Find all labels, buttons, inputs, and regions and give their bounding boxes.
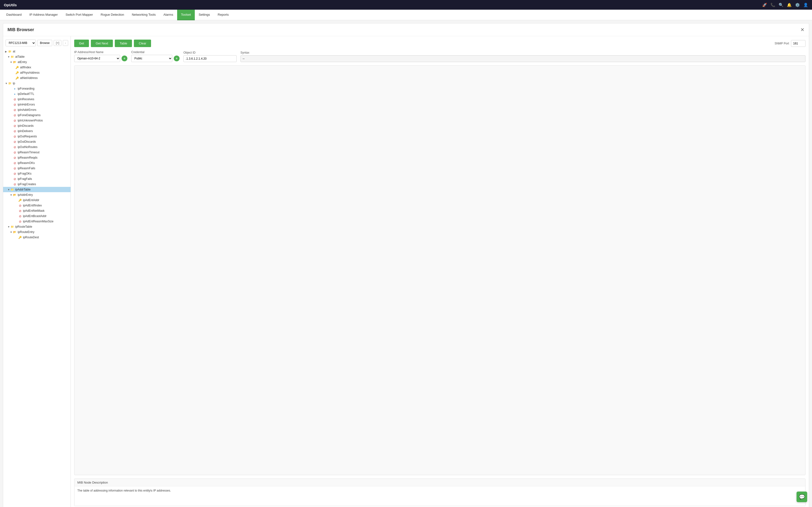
node-label: ipForwarding bbox=[18, 87, 34, 90]
add-mib-button[interactable]: [+] bbox=[54, 40, 61, 46]
rocket-icon[interactable]: 🚀 bbox=[762, 3, 767, 7]
browse-button[interactable]: Browse bbox=[37, 40, 52, 46]
tree-arrow bbox=[10, 130, 13, 132]
snmp-port-label: SNMP Port bbox=[774, 42, 789, 45]
key-icon: 🔑 bbox=[15, 65, 19, 69]
node-label: ipRouteDest bbox=[23, 236, 39, 239]
nav-toolset[interactable]: Toolset bbox=[177, 10, 195, 20]
tree-expand-arrow[interactable]: ▼ bbox=[10, 193, 13, 196]
tree-node-ipFragCreates[interactable]: ⊘ipFragCreates bbox=[3, 181, 70, 187]
nav-switch-port-mapper[interactable]: Switch Port Mapper bbox=[62, 10, 97, 20]
description-title: MIB Node Description bbox=[74, 479, 805, 487]
bell-icon[interactable]: 🔔 bbox=[787, 3, 792, 7]
node-label: ipDefaultTTL bbox=[18, 92, 34, 96]
tree-node-at[interactable]: ▶📁at bbox=[3, 49, 70, 54]
blocked-icon: ⊘ bbox=[13, 177, 17, 181]
tree-node-atNetAddress[interactable]: 🔑atNetAddress bbox=[3, 75, 70, 80]
tree-node-ip[interactable]: ▼📁ip bbox=[3, 80, 70, 86]
tree-node-ipAddrEntry[interactable]: ▼📂ipAddrEntry bbox=[3, 192, 70, 198]
tree-node-atIfIndex[interactable]: 🔑atIfIndex bbox=[3, 65, 70, 70]
tree-node-ipInDelivers[interactable]: ⊘ipInDelivers bbox=[3, 128, 70, 134]
chat-button[interactable]: 💬 bbox=[797, 492, 807, 502]
tree-expand-arrow[interactable]: ▼ bbox=[7, 188, 10, 191]
tree-node-ipAddrTable[interactable]: ▼📁ipAddrTable bbox=[3, 187, 70, 192]
syntax-input[interactable] bbox=[241, 55, 806, 62]
tree-node-ipRouteEntry[interactable]: ▼📂ipRouteEntry bbox=[3, 229, 70, 235]
nav-ip-address-manager[interactable]: IP Address Manager bbox=[26, 10, 62, 20]
blocked-icon: ⊘ bbox=[13, 119, 17, 122]
tree-node-ipForwarding[interactable]: ●ipForwarding bbox=[3, 86, 70, 91]
object-id-input[interactable] bbox=[184, 55, 237, 62]
tree-node-atEntry[interactable]: ▼📂atEntry bbox=[3, 59, 70, 65]
tree-node-ipOutNoRoutes[interactable]: ⊘ipOutNoRoutes bbox=[3, 145, 70, 150]
node-label: ipOutNoRoutes bbox=[18, 145, 38, 149]
tree-expand-arrow[interactable]: ▼ bbox=[7, 225, 10, 228]
tree-node-ipFragFails[interactable]: ⊘ipFragFails bbox=[3, 176, 70, 181]
add-credential-button[interactable]: + bbox=[174, 56, 180, 61]
tree-node-atTable[interactable]: ▼📁atTable bbox=[3, 54, 70, 59]
ip-address-select[interactable]: Opman-m10-64-2 bbox=[74, 55, 120, 62]
tree-toolbar: RFC1213-MIB Browse [+] - bbox=[3, 38, 70, 49]
tree-node-ipReasmOKs[interactable]: ⊘ipReasmOKs bbox=[3, 160, 70, 166]
tree-node-ipAdEntAddr[interactable]: 🔑ipAdEntAddr bbox=[3, 198, 70, 203]
node-label: ipReasmFails bbox=[18, 167, 35, 170]
tree-node-ipInHdrErrors[interactable]: ⊘ipInHdrErrors bbox=[3, 102, 70, 107]
close-button[interactable]: ✕ bbox=[800, 27, 805, 33]
tree-node-ipInDiscards[interactable]: ⊘ipInDiscards bbox=[3, 123, 70, 128]
node-label: atEntry bbox=[18, 60, 27, 64]
snmp-port-input[interactable] bbox=[791, 40, 806, 47]
node-label: ip bbox=[13, 81, 15, 85]
add-ip-button[interactable]: + bbox=[121, 56, 128, 61]
tree-node-ipAdEntBcastAddr[interactable]: ⊘ipAdEntBcastAddr bbox=[3, 213, 70, 219]
tree-node-ipOutRequests[interactable]: ⊘ipOutRequests bbox=[3, 134, 70, 139]
tree-node-ipFragOKs[interactable]: ⊘ipFragOKs bbox=[3, 171, 70, 176]
tree-expand-arrow[interactable]: ▼ bbox=[7, 56, 10, 58]
gear-icon[interactable]: ⚙️ bbox=[795, 3, 800, 7]
get-button[interactable]: Get bbox=[74, 40, 89, 47]
tree-node-ipOutDiscards[interactable]: ⊘ipOutDiscards bbox=[3, 139, 70, 145]
folder-open-icon: 📂 bbox=[13, 60, 17, 64]
search-icon[interactable]: 🔍 bbox=[779, 3, 783, 7]
nav-rogue-detection[interactable]: Rogue Detection bbox=[97, 10, 128, 20]
node-label: ipFragCreates bbox=[18, 182, 36, 186]
tree-node-ipReasmReqds[interactable]: ⊘ipReasmReqds bbox=[3, 155, 70, 160]
node-label: ipReasmTimeout bbox=[18, 151, 39, 154]
phone-icon[interactable]: 📞 bbox=[770, 3, 775, 7]
mib-select[interactable]: RFC1213-MIB bbox=[6, 40, 36, 46]
nav-dashboard[interactable]: Dashboard bbox=[2, 10, 26, 20]
tree-node-ipAdEntNetMask[interactable]: ⊘ipAdEntNetMask bbox=[3, 208, 70, 213]
nav-alarms[interactable]: Alarms bbox=[159, 10, 177, 20]
clear-button[interactable]: Clear bbox=[134, 40, 151, 47]
key-icon: 🔑 bbox=[18, 198, 22, 202]
tree-expand-arrow[interactable]: ▼ bbox=[10, 231, 13, 233]
nav-settings[interactable]: Settings bbox=[195, 10, 214, 20]
node-label: ipReasmOKs bbox=[18, 161, 35, 165]
tree-node-ipInReceives[interactable]: ⊘ipInReceives bbox=[3, 97, 70, 102]
tree-node-ipInUnknownProtos[interactable]: ⊘ipInUnknownProtos bbox=[3, 118, 70, 123]
credential-select[interactable]: Public bbox=[131, 55, 172, 62]
tree-node-ipReasmTimeout[interactable]: ⊘ipReasmTimeout bbox=[3, 150, 70, 155]
tree-node-ipInAddrErrors[interactable]: ⊘ipInAddrErrors bbox=[3, 107, 70, 113]
node-label: ipInReceives bbox=[18, 98, 34, 101]
tree-node-ipDefaultTTL[interactable]: ●ipDefaultTTL bbox=[3, 91, 70, 97]
tree-node-ipForwDatagrams[interactable]: ⊘ipForwDatagrams bbox=[3, 113, 70, 118]
get-next-button[interactable]: Get Next bbox=[91, 40, 113, 47]
tree-node-ipRouteDest[interactable]: 🔑ipRouteDest bbox=[3, 235, 70, 240]
tree-node-atPhysAddress[interactable]: 🔑atPhysAddress bbox=[3, 70, 70, 75]
nav-reports[interactable]: Reports bbox=[214, 10, 233, 20]
syntax-group: Syntax bbox=[241, 51, 806, 62]
user-avatar[interactable]: 👤 bbox=[803, 3, 808, 7]
tree-expand-arrow[interactable]: ▼ bbox=[10, 61, 13, 63]
tree-expand-arrow[interactable]: ▶ bbox=[5, 50, 8, 53]
nav-networking-tools[interactable]: Networking Tools bbox=[128, 10, 159, 20]
tree-expand-arrow[interactable]: ▼ bbox=[5, 82, 8, 85]
table-button[interactable]: Table bbox=[115, 40, 132, 47]
tree-node-ipReasmFails[interactable]: ⊘ipReasmFails bbox=[3, 166, 70, 171]
tree-node-ipAdEntIfIndex[interactable]: ⊘ipAdEntIfIndex bbox=[3, 203, 70, 208]
node-label: ipInDelivers bbox=[18, 129, 33, 133]
tree-node-ipAdEntReasmMaxSize[interactable]: ⊘ipAdEntReasmMaxSize bbox=[3, 219, 70, 224]
remove-mib-button[interactable]: - bbox=[63, 40, 68, 46]
blocked-icon: ⊘ bbox=[13, 108, 17, 112]
tree-node-ipRouteTable[interactable]: ▼📁ipRouteTable bbox=[3, 224, 70, 229]
node-label: atPhysAddress bbox=[20, 71, 40, 74]
